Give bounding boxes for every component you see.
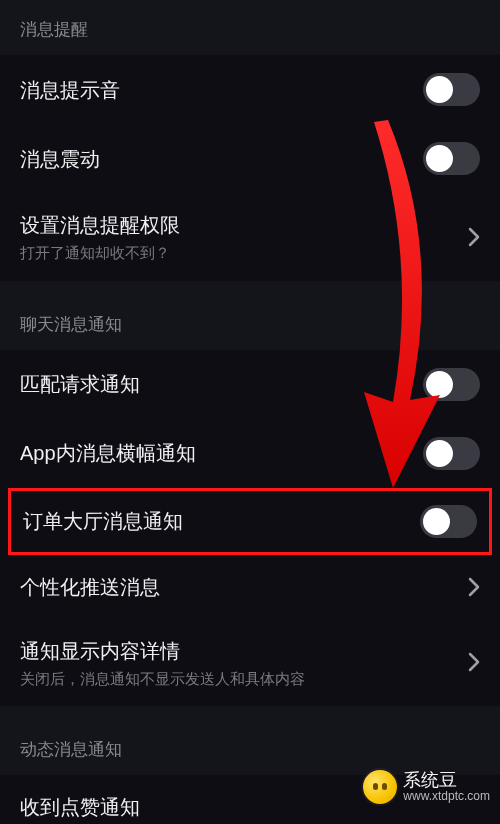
label-in-app-banner: App内消息横幅通知 [20, 439, 196, 467]
section-header-chat-notify: 聊天消息通知 [0, 295, 500, 350]
title-show-detail: 通知显示内容详情 [20, 637, 305, 665]
title-order-hall: 订单大厅消息通知 [23, 507, 183, 535]
toggle-match-request[interactable] [423, 368, 480, 401]
title-personalized-push: 个性化推送消息 [20, 573, 160, 601]
chevron-right-icon [468, 577, 480, 597]
row-message-sound[interactable]: 消息提示音 [0, 55, 500, 124]
label-message-vibrate: 消息震动 [20, 145, 100, 173]
row-message-vibrate[interactable]: 消息震动 [0, 124, 500, 193]
label-message-sound: 消息提示音 [20, 76, 120, 104]
label-show-detail: 通知显示内容详情 关闭后，消息通知不显示发送人和具体内容 [20, 637, 305, 689]
watermark-logo-icon [363, 770, 397, 804]
title-in-app-banner: App内消息横幅通知 [20, 439, 196, 467]
toggle-message-vibrate[interactable] [423, 142, 480, 175]
section-header-activity-notify: 动态消息通知 [0, 720, 500, 775]
label-order-hall: 订单大厅消息通知 [23, 507, 183, 535]
row-personalized-push[interactable]: 个性化推送消息 [0, 555, 500, 619]
row-order-hall[interactable]: 订单大厅消息通知 [8, 488, 492, 555]
section-divider [0, 706, 500, 720]
section-divider [0, 281, 500, 295]
label-set-permission: 设置消息提醒权限 打开了通知却收不到？ [20, 211, 180, 263]
title-match-request: 匹配请求通知 [20, 370, 140, 398]
chevron-right-icon [468, 652, 480, 672]
toggle-in-app-banner[interactable] [423, 437, 480, 470]
sub-set-permission: 打开了通知却收不到？ [20, 243, 180, 263]
watermark-name: 系统豆 [403, 770, 490, 791]
row-in-app-banner[interactable]: App内消息横幅通知 [0, 419, 500, 488]
section-header-message-alert: 消息提醒 [0, 0, 500, 55]
toggle-order-hall[interactable] [420, 505, 477, 538]
chevron-right-icon [468, 227, 480, 247]
row-show-detail[interactable]: 通知显示内容详情 关闭后，消息通知不显示发送人和具体内容 [0, 619, 500, 707]
watermark-url: www.xtdptc.com [403, 790, 490, 804]
row-set-permission[interactable]: 设置消息提醒权限 打开了通知却收不到？ [0, 193, 500, 281]
title-message-sound: 消息提示音 [20, 76, 120, 104]
title-like-received: 收到点赞通知 [20, 793, 140, 821]
title-set-permission: 设置消息提醒权限 [20, 211, 180, 239]
label-like-received: 收到点赞通知 [20, 793, 140, 821]
sub-show-detail: 关闭后，消息通知不显示发送人和具体内容 [20, 669, 305, 689]
label-match-request: 匹配请求通知 [20, 370, 140, 398]
title-message-vibrate: 消息震动 [20, 145, 100, 173]
label-personalized-push: 个性化推送消息 [20, 573, 160, 601]
toggle-message-sound[interactable] [423, 73, 480, 106]
watermark: 系统豆 www.xtdptc.com [363, 770, 500, 804]
row-match-request[interactable]: 匹配请求通知 [0, 350, 500, 419]
